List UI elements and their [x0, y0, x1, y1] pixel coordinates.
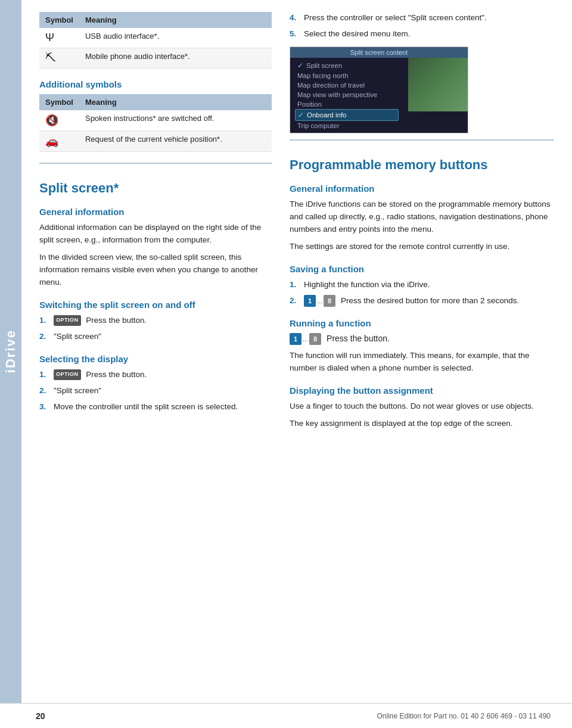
- symbol-cell: 🚗: [39, 131, 79, 152]
- meaning-col-header: Meaning: [79, 12, 272, 28]
- additional-symbols-title: Additional symbols: [39, 79, 272, 89]
- list-item: 2. 1 ... 8 Press the desired button for …: [290, 295, 554, 307]
- selecting-steps: 1. OPTION Press the button. 2. "Split sc…: [39, 369, 272, 413]
- section-divider: [290, 139, 554, 141]
- memory-button-icon: 1 ... 8: [304, 295, 335, 307]
- split-screen-general-p1: Additional information can be displayed …: [39, 222, 272, 247]
- list-item: 5. Select the desired menu item.: [290, 28, 554, 41]
- idrive-tab-label: iDrive: [3, 329, 18, 373]
- split-screen-content-image: Split screen content ✓ Split screen Map …: [290, 46, 468, 133]
- displaying-p1: Use a finger to touch the buttons. Do no…: [290, 400, 554, 413]
- symbol-cell: ⛏: [39, 48, 79, 69]
- running-subtitle: Running a function: [290, 318, 554, 328]
- split-screen-end-steps: 4. Press the controller or select "Split…: [290, 12, 554, 41]
- list-item: 2. "Split screen": [39, 331, 272, 343]
- add-symbol-header: Symbol: [39, 94, 79, 110]
- footer-text: Online Edition for Part no. 01 40 2 606 …: [377, 712, 551, 720]
- split-menu-item-onboard: ✓ Onboard info: [295, 109, 399, 121]
- option-button-icon: OPTION: [54, 315, 81, 326]
- table-row: Ψ USB audio interface*.: [39, 28, 272, 48]
- saving-subtitle: Saving a function: [290, 264, 554, 274]
- list-item: 1. Highlight the function via the iDrive…: [290, 279, 554, 291]
- meaning-cell: USB audio interface*.: [79, 28, 272, 48]
- section-divider: [39, 163, 272, 164]
- split-menu-item: Map facing north: [295, 71, 399, 80]
- footer: 20 Online Edition for Part no. 01 40 2 6…: [0, 703, 572, 728]
- split-screen-general-p2: In the divided screen view, the so-calle…: [39, 251, 272, 289]
- split-screen-title-bar: Split screen content: [290, 47, 468, 58]
- running-intro: 1 ... 8 Press the button.: [290, 333, 554, 345]
- split-menu-item: Position: [295, 99, 399, 109]
- list-item: 1. OPTION Press the button.: [39, 315, 272, 327]
- split-menu-item: Map view with perspective: [295, 90, 399, 99]
- list-item: 1. OPTION Press the button.: [39, 369, 272, 381]
- running-body: The function will run immediately. This …: [290, 350, 554, 375]
- symbol-cell: 🔇: [39, 110, 79, 131]
- split-menu-item: ✓ Split screen: [295, 60, 399, 71]
- split-screen-general-subtitle: General information: [39, 207, 272, 217]
- idrive-tab: iDrive: [0, 0, 21, 703]
- meaning-cell: Request of the current vehicle position*…: [79, 131, 272, 152]
- switching-steps: 1. OPTION Press the button. 2. "Split sc…: [39, 315, 272, 343]
- meaning-cell: Mobile phone audio interface*.: [79, 48, 272, 69]
- displaying-subtitle: Displaying the button assignment: [290, 385, 554, 396]
- option-button-icon: OPTION: [54, 369, 81, 380]
- switching-subtitle: Switching the split screen on and off: [39, 300, 272, 310]
- selecting-subtitle: Selecting the display: [39, 354, 272, 364]
- map-preview: [408, 58, 468, 111]
- symbol-cell: Ψ: [39, 28, 79, 48]
- meaning-cell: Spoken instructions* are switched off.: [79, 110, 272, 131]
- left-column: Symbol Meaning Ψ USB audio interface*. ⛏…: [39, 12, 272, 434]
- list-item: 4. Press the controller or select "Split…: [290, 12, 554, 24]
- displaying-p2: The key assignment is displayed at the t…: [290, 418, 554, 430]
- memory-button-running-icon: 1 ... 8: [290, 333, 321, 345]
- page-number: 20: [36, 711, 45, 721]
- right-column: 4. Press the controller or select "Split…: [290, 12, 554, 434]
- table-row: 🔇 Spoken instructions* are switched off.: [39, 110, 272, 131]
- split-screen-title: Split screen*: [39, 181, 272, 196]
- split-screen-menu: ✓ Split screen Map facing north Map dire…: [290, 58, 403, 133]
- list-item: 2. "Split screen": [39, 385, 272, 397]
- list-item: 3. Move the controller until the split s…: [39, 401, 272, 413]
- symbol-col-header: Symbol: [39, 12, 79, 28]
- table-row: 🚗 Request of the current vehicle positio…: [39, 131, 272, 152]
- add-meaning-header: Meaning: [79, 94, 272, 110]
- split-menu-item: Map direction of travel: [295, 80, 399, 90]
- table-row: ⛏ Mobile phone audio interface*.: [39, 48, 272, 69]
- prog-general-p2: The settings are stored for the remote c…: [290, 241, 554, 253]
- split-menu-item: Trip computer: [295, 121, 399, 130]
- saving-steps: 1. Highlight the function via the iDrive…: [290, 279, 554, 307]
- prog-general-subtitle: General information: [290, 183, 554, 194]
- programmable-memory-title: Programmable memory buttons: [290, 157, 554, 173]
- symbols-table: Symbol Meaning Ψ USB audio interface*. ⛏…: [39, 12, 272, 69]
- additional-symbols-table: Symbol Meaning 🔇 Spoken instructions* ar…: [39, 94, 272, 152]
- prog-general-p1: The iDrive functions can be stored on th…: [290, 198, 554, 236]
